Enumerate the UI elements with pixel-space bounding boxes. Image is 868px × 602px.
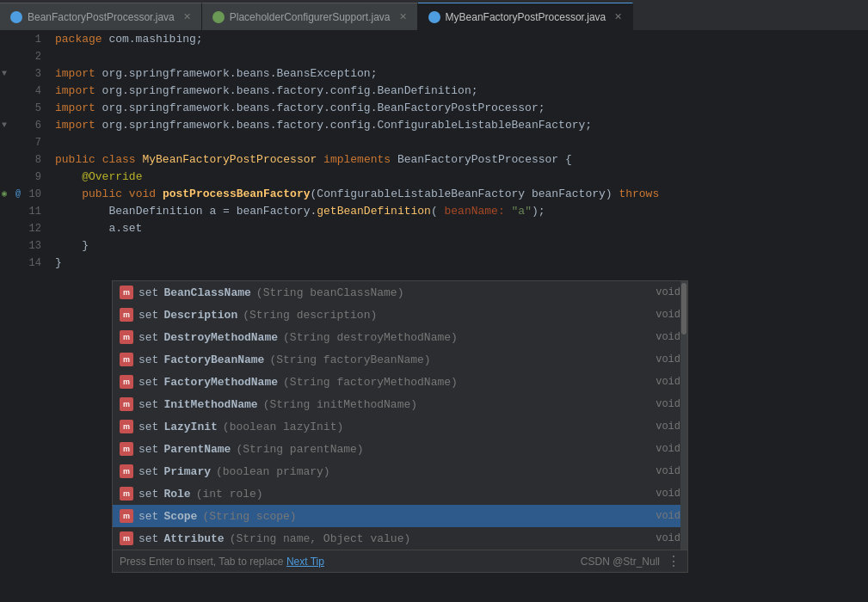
tab-beanfactorypostprocessor[interactable]: BeanFactoryPostProcessor.java ✕	[0, 3, 202, 30]
gutter-line-8: 8	[0, 151, 41, 169]
ac-method-icon: m	[120, 375, 133, 389]
autocomplete-scrollbar[interactable]	[680, 281, 687, 550]
code-line-12: a.set	[55, 220, 868, 237]
ac-item-setfactorybeanname[interactable]: m setFactoryBeanName(String factoryBeanN…	[113, 348, 687, 371]
tab-placeholderconfigurersupport[interactable]: PlaceholderConfigurerSupport.java ✕	[202, 3, 418, 30]
tab-icon-java	[10, 11, 22, 23]
throws-keyword: throws	[619, 186, 659, 203]
footer-hint-text: Press Enter to insert, Tab to replace	[120, 556, 284, 568]
tab-label-2: PlaceholderConfigurerSupport.java	[230, 11, 391, 23]
line-gutter: 1 2 ▼ 3 4 5 ▼ 6 7 8 9 ◉ @ 10 11 12 13 14	[0, 31, 48, 602]
bookmark-marker: @	[15, 186, 21, 203]
ac-method-icon: m	[120, 420, 133, 433]
code-line-8: public class MyBeanFactoryPostProcessor …	[55, 151, 868, 169]
gutter-line-4: 4	[0, 83, 41, 100]
breakpoint-marker: ◉	[2, 186, 7, 203]
code-line-1: package com.mashibing;	[55, 31, 868, 48]
ac-item-setrole[interactable]: m setRole(int role) void	[113, 482, 687, 505]
gutter-line-12: 12	[0, 220, 41, 237]
gutter-line-10: ◉ @ 10	[0, 186, 41, 203]
ac-method-icon: m	[120, 531, 133, 545]
ac-item-setscope[interactable]: m setScope(String scope) void	[113, 505, 687, 527]
code-line-5: import org.springframework.beans.factory…	[55, 100, 868, 117]
tab-bar: BeanFactoryPostProcessor.java ✕ Placehol…	[0, 0, 868, 31]
code-line-7	[55, 134, 868, 151]
ac-item-setdestroymethodname[interactable]: m setDestroyMethodName(String destroyMet…	[113, 326, 687, 348]
footer-watermark: CSDN @Str_Null ⋮	[581, 553, 680, 569]
code-line-13: }	[55, 237, 868, 255]
ac-method-icon: m	[120, 397, 133, 411]
gutter-line-7: 7	[0, 134, 41, 151]
gutter-line-6: ▼ 6	[0, 117, 41, 134]
tab-icon-active	[428, 11, 440, 23]
ac-method-icon: m	[120, 509, 133, 523]
ac-method-icon: m	[120, 487, 133, 501]
ac-item-setinitMethodname[interactable]: m setInitMethodName(String initMethodNam…	[113, 393, 687, 415]
ac-item-setparentname[interactable]: m setParentName(String parentName) void	[113, 438, 687, 460]
autocomplete-popup[interactable]: m setBeanClassName(String beanClassName)…	[112, 280, 688, 573]
tab-mybeanfactorypostprocessor[interactable]: MyBeanFactoryPostProcessor.java ✕	[418, 3, 634, 30]
scrollbar-thumb[interactable]	[681, 283, 686, 335]
ac-method-icon: m	[120, 330, 133, 344]
ac-method-icon: m	[120, 308, 133, 322]
gutter-line-2: 2	[0, 48, 41, 65]
gutter-line-14: 14	[0, 255, 41, 272]
ac-item-setbeanclassname[interactable]: m setBeanClassName(String beanClassName)…	[113, 281, 687, 304]
autocomplete-footer: Press Enter to insert, Tab to replace Ne…	[113, 550, 687, 572]
tab-label-1: BeanFactoryPostProcessor.java	[28, 11, 175, 23]
more-menu-icon[interactable]: ⋮	[667, 553, 680, 569]
ac-method-icon: m	[120, 464, 133, 478]
tab-close-1[interactable]: ✕	[183, 11, 191, 22]
gutter-line-11: 11	[0, 203, 41, 220]
ac-method-icon: m	[120, 353, 133, 366]
ac-method-icon: m	[120, 442, 133, 456]
code-line-3: import org.springframework.beans.BeansEx…	[55, 65, 868, 83]
code-line-9: @Override	[55, 169, 868, 186]
code-line-10: public void postProcessBeanFactory ( Con…	[55, 186, 868, 203]
watermark-text: CSDN @Str_Null	[581, 556, 660, 568]
gutter-line-1: 1	[0, 31, 41, 48]
code-line-4: import org.springframework.beans.factory…	[55, 83, 868, 100]
editor-area: 1 2 ▼ 3 4 5 ▼ 6 7 8 9 ◉ @ 10 11 12 13 14…	[0, 31, 868, 602]
tab-label-3: MyBeanFactoryPostProcessor.java	[446, 11, 606, 23]
tab-close-2[interactable]: ✕	[399, 11, 407, 22]
next-tip-link[interactable]: Next Tip	[286, 556, 324, 568]
code-line-6: import org.springframework.beans.factory…	[55, 117, 868, 134]
code-line-2	[55, 48, 868, 65]
collapse-icon-3[interactable]: ▼	[2, 65, 7, 83]
ac-item-setattribute[interactable]: m setAttribute(String name, Object value…	[113, 527, 687, 550]
gutter-line-3: ▼ 3	[0, 65, 41, 83]
tab-close-3[interactable]: ✕	[614, 11, 622, 22]
ac-item-setlazyinit[interactable]: m setLazyInit(boolean lazyInit) void	[113, 415, 687, 438]
ac-item-setfactorymethodname[interactable]: m setFactoryMethodName(String factoryMet…	[113, 371, 687, 393]
ac-method-icon: m	[120, 286, 133, 299]
kw-package: package	[55, 31, 102, 48]
ac-item-setdescription[interactable]: m setDescription(String description) voi…	[113, 304, 687, 326]
tab-icon-spring	[212, 11, 225, 23]
gutter-line-5: 5	[0, 100, 41, 117]
collapse-icon-6[interactable]: ▼	[2, 117, 7, 134]
code-line-11: BeanDefinition a = beanFactory. getBeanD…	[55, 203, 868, 220]
ac-item-setprimary[interactable]: m setPrimary(boolean primary) void	[113, 460, 687, 482]
gutter-line-13: 13	[0, 237, 41, 255]
gutter-line-9: 9	[0, 169, 41, 186]
code-line-14: }	[55, 255, 868, 272]
